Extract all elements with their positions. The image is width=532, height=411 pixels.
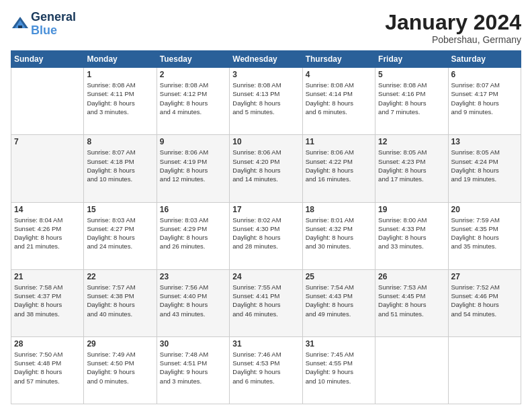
calendar-cell: 31Sunrise: 7:45 AM Sunset: 4:55 PM Dayli… [302,336,375,404]
day-number: 15 [87,205,153,214]
day-number: 2 [160,70,226,79]
calendar-cell: 31Sunrise: 7:46 AM Sunset: 4:53 PM Dayli… [230,336,302,404]
day-info: Sunrise: 7:46 AM Sunset: 4:53 PM Dayligh… [232,350,299,385]
calendar-row: 14Sunrise: 8:04 AM Sunset: 4:26 PM Dayli… [11,202,521,269]
day-number: 11 [306,137,372,146]
calendar-cell: 26Sunrise: 7:53 AM Sunset: 4:45 PM Dayli… [375,269,448,336]
day-info: Sunrise: 8:01 AM Sunset: 4:32 PM Dayligh… [306,216,372,251]
calendar-cell: 25Sunrise: 7:54 AM Sunset: 4:43 PM Dayli… [302,269,375,336]
day-info: Sunrise: 8:08 AM Sunset: 4:14 PM Dayligh… [306,81,372,116]
day-info: Sunrise: 8:03 AM Sunset: 4:29 PM Dayligh… [160,216,226,251]
calendar-cell: 20Sunrise: 7:59 AM Sunset: 4:35 PM Dayli… [448,202,521,269]
calendar-cell: 24Sunrise: 7:55 AM Sunset: 4:41 PM Dayli… [230,269,302,336]
logo-line1: General [31,11,76,24]
calendar-cell: 13Sunrise: 8:05 AM Sunset: 4:24 PM Dayli… [448,135,521,202]
col-saturday: Saturday [448,51,521,68]
day-number: 5 [378,70,445,79]
calendar-cell: 3Sunrise: 8:08 AM Sunset: 4:13 PM Daylig… [230,68,302,135]
calendar-cell: 15Sunrise: 8:03 AM Sunset: 4:27 PM Dayli… [84,202,157,269]
day-number: 20 [451,205,518,214]
day-info: Sunrise: 7:56 AM Sunset: 4:40 PM Dayligh… [160,283,226,318]
logo-line2: Blue [31,24,76,38]
day-number: 21 [14,272,81,281]
day-info: Sunrise: 8:05 AM Sunset: 4:23 PM Dayligh… [378,148,445,183]
day-number: 9 [160,137,226,146]
day-number: 1 [87,70,153,79]
day-info: Sunrise: 8:02 AM Sunset: 4:30 PM Dayligh… [232,216,299,251]
day-number: 27 [451,272,518,281]
day-number: 19 [378,205,445,214]
day-number: 6 [451,70,518,79]
day-number: 3 [232,70,299,79]
calendar-header-row: Sunday Monday Tuesday Wednesday Thursday… [11,51,521,68]
day-number: 4 [306,70,372,79]
calendar-cell: 6Sunrise: 8:07 AM Sunset: 4:17 PM Daylig… [448,68,521,135]
day-info: Sunrise: 7:58 AM Sunset: 4:37 PM Dayligh… [14,283,81,318]
day-info: Sunrise: 7:48 AM Sunset: 4:51 PM Dayligh… [160,350,226,385]
calendar-cell: 23Sunrise: 7:56 AM Sunset: 4:40 PM Dayli… [157,269,229,336]
calendar-cell: 9Sunrise: 8:06 AM Sunset: 4:19 PM Daylig… [157,135,229,202]
calendar-cell: 12Sunrise: 8:05 AM Sunset: 4:23 PM Dayli… [375,135,448,202]
calendar-cell: 28Sunrise: 7:50 AM Sunset: 4:48 PM Dayli… [11,336,84,404]
calendar-cell: 21Sunrise: 7:58 AM Sunset: 4:37 PM Dayli… [11,269,84,336]
col-monday: Monday [84,51,157,68]
day-number: 13 [451,137,518,146]
col-sunday: Sunday [11,51,84,68]
calendar-cell: 14Sunrise: 8:04 AM Sunset: 4:26 PM Dayli… [11,202,84,269]
calendar-cell: 16Sunrise: 8:03 AM Sunset: 4:29 PM Dayli… [157,202,229,269]
calendar-row: 21Sunrise: 7:58 AM Sunset: 4:37 PM Dayli… [11,269,521,336]
calendar-cell: 1Sunrise: 8:08 AM Sunset: 4:11 PM Daylig… [84,68,157,135]
day-info: Sunrise: 8:08 AM Sunset: 4:11 PM Dayligh… [87,81,153,116]
header: General Blue January 2024 Pobershau, Ger… [11,11,521,45]
calendar-row: 78Sunrise: 8:07 AM Sunset: 4:18 PM Dayli… [11,135,521,202]
calendar-cell: 4Sunrise: 8:08 AM Sunset: 4:14 PM Daylig… [302,68,375,135]
day-info: Sunrise: 7:45 AM Sunset: 4:55 PM Dayligh… [306,350,372,385]
day-number: 30 [160,339,226,349]
day-number: 24 [232,272,299,281]
day-info: Sunrise: 7:52 AM Sunset: 4:46 PM Dayligh… [451,283,518,318]
day-info: Sunrise: 8:07 AM Sunset: 4:18 PM Dayligh… [87,148,153,183]
calendar-cell: 5Sunrise: 8:08 AM Sunset: 4:16 PM Daylig… [375,68,448,135]
col-wednesday: Wednesday [230,51,302,68]
svg-rect-2 [18,26,22,28]
day-info: Sunrise: 7:54 AM Sunset: 4:43 PM Dayligh… [306,283,372,318]
day-info: Sunrise: 8:05 AM Sunset: 4:24 PM Dayligh… [451,148,518,183]
calendar-row: 1Sunrise: 8:08 AM Sunset: 4:11 PM Daylig… [11,68,521,135]
calendar-cell: 29Sunrise: 7:49 AM Sunset: 4:50 PM Dayli… [84,336,157,404]
col-tuesday: Tuesday [157,51,229,68]
col-friday: Friday [375,51,448,68]
logo: General Blue [11,11,76,38]
day-info: Sunrise: 7:49 AM Sunset: 4:50 PM Dayligh… [87,350,153,385]
day-info: Sunrise: 7:53 AM Sunset: 4:45 PM Dayligh… [378,283,445,318]
calendar-cell: 17Sunrise: 8:02 AM Sunset: 4:30 PM Dayli… [230,202,302,269]
day-info: Sunrise: 7:55 AM Sunset: 4:41 PM Dayligh… [232,283,299,318]
title-block: January 2024 Pobershau, Germany [385,11,521,45]
day-info: Sunrise: 8:08 AM Sunset: 4:16 PM Dayligh… [378,81,445,116]
calendar-cell: 19Sunrise: 8:00 AM Sunset: 4:33 PM Dayli… [375,202,448,269]
day-number: 26 [378,272,445,281]
calendar-cell [448,336,521,404]
day-info: Sunrise: 8:03 AM Sunset: 4:27 PM Dayligh… [87,216,153,251]
day-number: 25 [306,272,372,281]
day-number: 22 [87,272,153,281]
calendar-table: Sunday Monday Tuesday Wednesday Thursday… [11,50,521,404]
day-number: 29 [87,339,153,349]
month-title: January 2024 [385,11,521,34]
day-info: Sunrise: 8:08 AM Sunset: 4:12 PM Dayligh… [160,81,226,116]
logo-text: General Blue [31,11,76,38]
page: General Blue January 2024 Pobershau, Ger… [0,0,532,411]
day-info: Sunrise: 8:06 AM Sunset: 4:22 PM Dayligh… [306,148,372,183]
calendar-row: 28Sunrise: 7:50 AM Sunset: 4:48 PM Dayli… [11,336,521,404]
calendar-cell: 10Sunrise: 8:06 AM Sunset: 4:20 PM Dayli… [230,135,302,202]
day-info: Sunrise: 8:07 AM Sunset: 4:17 PM Dayligh… [451,81,518,116]
day-number: 17 [232,205,299,214]
day-number: 31 [306,339,372,349]
day-info: Sunrise: 7:57 AM Sunset: 4:38 PM Dayligh… [87,283,153,318]
calendar-cell: 7 [11,135,84,202]
calendar-cell: 30Sunrise: 7:48 AM Sunset: 4:51 PM Dayli… [157,336,229,404]
logo-icon [11,15,30,34]
day-info: Sunrise: 7:59 AM Sunset: 4:35 PM Dayligh… [451,216,518,251]
day-number: 18 [306,205,372,214]
day-number: 7 [14,137,81,146]
calendar-cell: 11Sunrise: 8:06 AM Sunset: 4:22 PM Dayli… [302,135,375,202]
